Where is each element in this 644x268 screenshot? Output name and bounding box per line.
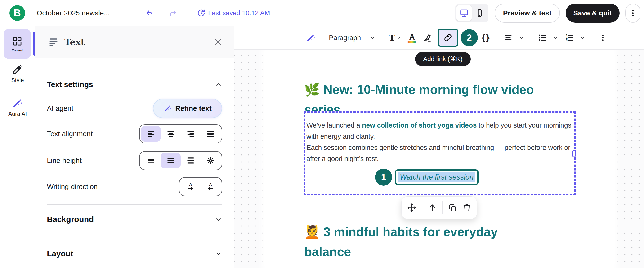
line-height-control	[139, 151, 222, 170]
preview-and-test-button[interactable]: Preview & test	[494, 4, 560, 23]
gear-icon	[206, 157, 214, 165]
toolbar-more-button[interactable]	[599, 34, 607, 42]
magic-wand-icon	[163, 104, 172, 113]
line-height-custom-button[interactable]	[200, 153, 220, 168]
merge-tags-button[interactable]: {}	[481, 33, 490, 42]
font-color-button[interactable]: A	[408, 33, 416, 43]
mobile-icon	[476, 9, 484, 17]
section-title-label: Text settings	[47, 80, 93, 89]
text-size-dropdown[interactable]: T	[389, 33, 401, 43]
last-saved-text: Last saved 10:12 AM	[208, 9, 270, 17]
writing-direction-control: A A	[179, 177, 222, 196]
selected-link-text[interactable]: Watch the first session	[398, 172, 475, 182]
toolbar-divider	[442, 201, 442, 214]
top-bar: B October 2025 newsle... Last saved 10:1…	[0, 0, 644, 26]
massage-emoji: 💆	[304, 225, 320, 239]
kebab-icon	[629, 9, 637, 17]
delete-button[interactable]	[462, 203, 472, 212]
align-justify-icon	[206, 129, 215, 138]
toolbar-divider	[592, 31, 592, 45]
magic-wand-icon	[306, 33, 316, 42]
line-height-tight-button[interactable]	[141, 153, 161, 168]
line-height-loose-icon	[186, 156, 195, 165]
document-title[interactable]: October 2025 newsle...	[37, 0, 110, 26]
text-alignment-label: Text alignment	[47, 130, 92, 138]
align-left-button[interactable]	[141, 126, 161, 142]
duplicate-button[interactable]	[448, 203, 457, 212]
refine-text-label: Refine text	[175, 104, 212, 112]
section-layout[interactable]: Layout	[47, 249, 222, 258]
text-alignment-control	[139, 124, 222, 143]
tour-step-badge-2: 2	[461, 29, 478, 46]
magic-wand-icon	[12, 97, 23, 109]
numbered-list-dropdown[interactable]: 123	[565, 33, 586, 42]
move-icon	[407, 203, 416, 212]
alignment-dropdown[interactable]	[504, 33, 524, 42]
toolbar-divider	[497, 31, 497, 45]
bullet-list-icon	[538, 33, 547, 42]
sidebar-item-aura-ai[interactable]: Aura AI	[0, 97, 35, 117]
undo-icon	[145, 8, 155, 18]
chevron-up-icon	[215, 81, 222, 88]
tour-step-badge-1: 1	[375, 169, 392, 186]
paragraph-1: We’ve launched a new collection of short…	[306, 120, 574, 142]
mobile-view-button[interactable]	[472, 5, 487, 21]
sidebar-item-style[interactable]: Style	[0, 64, 35, 83]
color-gradient-bar	[408, 41, 416, 43]
save-and-quit-button[interactable]: Save & quit	[566, 4, 620, 23]
toolbar-divider	[382, 31, 382, 45]
desktop-view-button[interactable]	[456, 5, 472, 21]
cta-row: 1 Watch the first session	[375, 169, 574, 186]
divider	[47, 239, 222, 239]
section-text-settings[interactable]: Text settings	[47, 80, 222, 89]
chevron-down-icon	[369, 35, 376, 41]
redo-button[interactable]	[168, 0, 178, 26]
section-background[interactable]: Background	[47, 215, 222, 224]
arrow-up-icon	[428, 203, 437, 212]
undo-button[interactable]	[145, 0, 155, 26]
svg-text:A: A	[209, 182, 212, 186]
bullet-list-dropdown[interactable]	[538, 33, 558, 42]
drag-move-button[interactable]	[407, 203, 416, 212]
resize-handle[interactable]	[572, 150, 576, 157]
email-heading-2[interactable]: 💆 3 mindful habits for everyday balance	[304, 222, 539, 262]
block-actions-toolbar	[401, 196, 477, 219]
add-link-tooltip: Add link (⌘K)	[415, 52, 471, 66]
line-height-label: Line height	[47, 157, 82, 165]
selected-link-outline[interactable]: Watch the first session	[395, 169, 478, 185]
heading-2-text: 3 mindful habits for everyday balance	[304, 225, 498, 259]
direction-ltr-button[interactable]: A	[181, 179, 200, 194]
paragraph-2: Each session combines gentle stretches a…	[306, 142, 574, 164]
close-panel-button[interactable]	[214, 38, 222, 47]
highlight-color-button[interactable]	[422, 33, 432, 42]
ai-assist-button[interactable]	[306, 33, 316, 42]
line-height-loose-button[interactable]	[181, 153, 200, 168]
kebab-icon	[599, 34, 607, 42]
toolbar-divider	[322, 31, 322, 45]
section-title-label: Background	[47, 215, 94, 224]
herb-emoji: 🌿	[304, 83, 320, 96]
writing-direction-row: Writing direction A A	[47, 177, 222, 196]
add-link-button[interactable]	[438, 29, 458, 47]
chevron-down-icon	[579, 35, 586, 41]
svg-text:3: 3	[566, 39, 568, 42]
left-rail: Content Style Aura AI	[0, 26, 35, 268]
line-height-row: Line height	[47, 151, 222, 170]
move-up-button[interactable]	[428, 203, 437, 212]
selected-text-block[interactable]: We’ve launched a new collection of short…	[304, 111, 576, 195]
direction-rtl-button[interactable]: A	[200, 179, 220, 194]
more-options-button[interactable]	[625, 4, 640, 23]
sidebar-item-content[interactable]: Content	[4, 29, 31, 59]
align-center-button[interactable]	[161, 126, 181, 142]
chevron-down-icon	[552, 35, 558, 41]
align-right-button[interactable]	[181, 126, 200, 142]
chevron-down-icon	[518, 35, 524, 41]
line-height-normal-button[interactable]	[161, 153, 181, 168]
align-justify-button[interactable]	[200, 126, 220, 142]
paragraph-style-dropdown[interactable]: Paragraph	[329, 34, 376, 42]
inline-link-text[interactable]: new collection of short yoga videos	[362, 121, 476, 129]
highlighter-icon	[422, 33, 432, 42]
style-pencil-icon	[12, 64, 23, 75]
active-tab-indicator	[33, 32, 35, 56]
refine-text-button[interactable]: Refine text	[153, 99, 222, 118]
